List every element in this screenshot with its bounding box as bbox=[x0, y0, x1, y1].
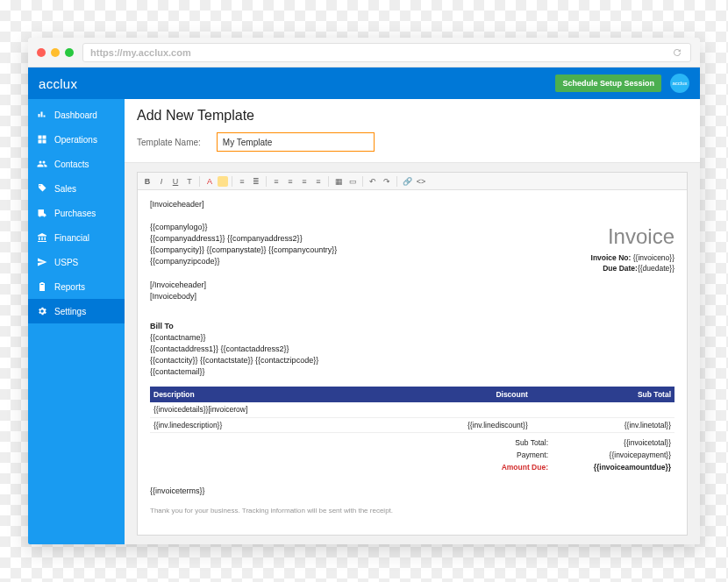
sidebar-item-label: Purchases bbox=[54, 209, 96, 218]
template-name-input[interactable] bbox=[217, 132, 375, 152]
amount-due-label: Amount Due: bbox=[487, 462, 548, 472]
due-date-value: {{duedate}} bbox=[638, 264, 674, 273]
page-title: Add New Template bbox=[137, 108, 688, 124]
bank-icon bbox=[37, 232, 47, 243]
sidebar-item-label: Contacts bbox=[54, 160, 89, 169]
maximize-icon[interactable] bbox=[65, 48, 74, 57]
invoice-no-label: Invoice No: bbox=[591, 253, 632, 262]
minimize-icon[interactable] bbox=[51, 48, 60, 57]
table-row: {{inv.linedescription}} {{inv.linediscou… bbox=[150, 417, 674, 432]
sidebar-item-operations[interactable]: Operations bbox=[28, 127, 125, 152]
company-city: {{companycity}} {{companystate}} {{compa… bbox=[150, 245, 337, 256]
highlight-icon[interactable] bbox=[218, 176, 228, 187]
sidebar-item-label: Settings bbox=[54, 307, 86, 316]
close-icon[interactable] bbox=[37, 48, 46, 57]
sidebar-item-label: Dashboard bbox=[54, 110, 97, 120]
editor-toolbar: B I U T A ≡ ≣ ≡ ≡ ≡ ≡ ▦ ▭ bbox=[138, 173, 687, 190]
thank-you-note: Thank you for your business. Tracking in… bbox=[150, 506, 674, 516]
invoice-no-value: {{invoiceno}} bbox=[633, 253, 674, 262]
company-address1: {{companyaddress1}} {{companyaddress2}} bbox=[150, 233, 337, 245]
billto-city: {{contactcity}} {{contactstate}} {{conta… bbox=[150, 355, 674, 366]
browser-window: https://my.acclux.com acclux Schedule Se… bbox=[28, 38, 700, 544]
table-icon[interactable]: ▦ bbox=[332, 175, 345, 188]
align-right-icon[interactable]: ≡ bbox=[298, 175, 310, 188]
invoice-terms: {{invoiceterms}} bbox=[150, 486, 674, 497]
align-left-icon[interactable]: ≡ bbox=[270, 175, 282, 188]
line-total: {{inv.linetotal}} bbox=[532, 417, 674, 432]
invoice-meta: Invoice No: {{invoiceno}} Due Date:{{due… bbox=[591, 252, 674, 274]
avatar-label: acclux bbox=[672, 81, 687, 86]
sidebar-item-settings[interactable]: Settings bbox=[28, 299, 125, 323]
section-tag: [/Invoiceheader] bbox=[150, 280, 674, 291]
line-description: {{inv.linedescription}} bbox=[150, 417, 352, 432]
image-icon[interactable]: ▭ bbox=[346, 175, 359, 188]
payment-value: {{invoicepayment}} bbox=[575, 450, 671, 460]
sidebar-item-usps[interactable]: USPS bbox=[28, 250, 125, 274]
billto-heading: Bill To bbox=[150, 321, 674, 332]
list-ul-icon[interactable]: ≡ bbox=[236, 175, 248, 188]
main-content: Add New Template Template Name: B I U T … bbox=[125, 99, 700, 544]
sidebar-item-dashboard[interactable]: Dashboard bbox=[28, 103, 125, 127]
truck-icon bbox=[37, 208, 47, 218]
users-icon bbox=[37, 159, 47, 169]
section-tag: [Invoiceheader] bbox=[150, 199, 674, 210]
sidebar-item-label: Reports bbox=[54, 282, 85, 292]
source-icon[interactable]: <> bbox=[415, 175, 427, 188]
payment-label: Payment: bbox=[487, 450, 548, 460]
chart-bar-icon bbox=[37, 110, 47, 120]
section-tag: [Invoicebody] bbox=[150, 291, 674, 302]
sidebar: Dashboard Operations Contacts Sales Purc… bbox=[28, 99, 125, 544]
col-subtotal: Sub Total bbox=[532, 387, 674, 402]
list-ol-icon[interactable]: ≣ bbox=[250, 175, 262, 188]
col-description: Description bbox=[150, 387, 352, 402]
undo-icon[interactable]: ↶ bbox=[367, 175, 379, 188]
app-header: acclux Schedule Setup Session acclux bbox=[28, 67, 700, 99]
page-header: Add New Template Template Name: bbox=[125, 99, 700, 163]
amount-due-value: {{invoiceamountdue}} bbox=[575, 462, 671, 472]
window-controls bbox=[37, 48, 74, 57]
rich-text-editor: B I U T A ≡ ≣ ≡ ≡ ≡ ≡ ▦ ▭ bbox=[137, 172, 688, 536]
company-zip: {{companyzipcode}} bbox=[150, 256, 337, 267]
sidebar-item-sales[interactable]: Sales bbox=[28, 176, 125, 201]
url-text: https://my.acclux.com bbox=[90, 47, 191, 58]
row-open-tag: {{invoicedetails}}[invoicerow] bbox=[150, 402, 674, 417]
align-center-icon[interactable]: ≡ bbox=[284, 175, 296, 188]
refresh-icon[interactable] bbox=[671, 46, 683, 59]
align-justify-icon[interactable]: ≡ bbox=[312, 175, 325, 188]
sidebar-item-financial[interactable]: Financial bbox=[28, 225, 125, 250]
avatar[interactable]: acclux bbox=[670, 74, 689, 93]
sidebar-item-contacts[interactable]: Contacts bbox=[28, 152, 125, 176]
grid-icon bbox=[37, 134, 47, 145]
line-discount: {{inv.linediscount}} bbox=[352, 417, 532, 432]
schedule-setup-button[interactable]: Schedule Setup Session bbox=[555, 75, 661, 92]
tag-icon bbox=[37, 183, 47, 194]
bold-icon[interactable]: B bbox=[141, 175, 153, 188]
sidebar-item-purchases[interactable]: Purchases bbox=[28, 201, 125, 225]
invoice-heading: Invoice bbox=[591, 222, 674, 252]
brand-logo: acclux bbox=[39, 76, 77, 91]
billto-address: {{contactaddress1}} {{contactaddress2}} bbox=[150, 344, 674, 355]
sidebar-item-label: Financial bbox=[54, 233, 89, 243]
text-color-icon[interactable]: A bbox=[203, 175, 216, 188]
underline-icon[interactable]: U bbox=[169, 175, 182, 188]
browser-titlebar: https://my.acclux.com bbox=[28, 38, 700, 67]
link-icon[interactable]: 🔗 bbox=[401, 175, 413, 188]
sidebar-item-label: Sales bbox=[54, 184, 76, 194]
font-size-icon[interactable]: T bbox=[183, 175, 196, 188]
subtotal-value: {{invoicetotal}} bbox=[575, 437, 671, 448]
due-date-label: Due Date: bbox=[603, 264, 638, 273]
sidebar-item-reports[interactable]: Reports bbox=[28, 274, 125, 299]
editor-document[interactable]: [Invoiceheader] {{companylogo}} {{compan… bbox=[138, 190, 687, 535]
redo-icon[interactable]: ↷ bbox=[381, 175, 393, 188]
gear-icon bbox=[37, 306, 47, 316]
sidebar-item-label: USPS bbox=[54, 258, 78, 267]
col-discount: Discount bbox=[352, 387, 532, 402]
template-name-label: Template Name: bbox=[137, 138, 201, 147]
billto-name: {{contactname}} bbox=[150, 332, 674, 344]
italic-icon[interactable]: I bbox=[155, 175, 168, 188]
subtotal-label: Sub Total: bbox=[487, 437, 548, 448]
paper-plane-icon bbox=[37, 257, 47, 267]
url-bar[interactable]: https://my.acclux.com bbox=[82, 43, 691, 62]
clipboard-icon bbox=[37, 281, 47, 292]
billto-email: {{contactemail}} bbox=[150, 366, 674, 378]
